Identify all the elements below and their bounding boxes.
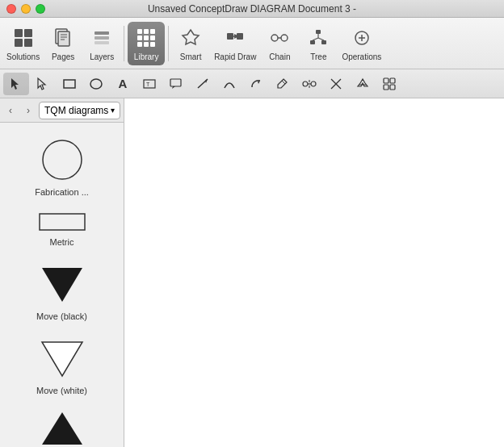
- operations-icon: [349, 25, 375, 51]
- list-item[interactable]: [0, 402, 124, 447]
- move-up-preview: [38, 408, 86, 447]
- minimize-button[interactable]: [21, 4, 31, 14]
- svg-line-32: [313, 38, 318, 40]
- list-item[interactable]: Move (white): [0, 328, 124, 402]
- svg-rect-1: [24, 29, 32, 37]
- svg-rect-17: [150, 36, 155, 40]
- sidebar-dropdown[interactable]: TQM diagrams ▾: [39, 102, 120, 119]
- svg-marker-62: [42, 412, 82, 445]
- sidebar: ‹ › TQM diagrams ▾ Fabrication ...: [0, 98, 124, 447]
- svg-line-45: [282, 81, 285, 84]
- arc-tool[interactable]: [243, 73, 269, 95]
- svg-marker-44: [258, 81, 260, 84]
- titlebar: Unsaved ConceptDraw DIAGRAM Document 3 -: [0, 0, 504, 18]
- more-tool[interactable]: [376, 73, 402, 95]
- connect2-tool[interactable]: [323, 73, 349, 95]
- svg-rect-13: [144, 29, 149, 34]
- canvas[interactable]: [124, 98, 504, 447]
- smart-icon: [178, 25, 204, 51]
- toolbar-divider-1: [124, 26, 124, 61]
- pages-label: Pages: [52, 52, 74, 61]
- svg-point-58: [43, 140, 82, 179]
- toolbar-rapid-draw[interactable]: Rapid Draw: [211, 22, 259, 65]
- metric-preview: [38, 210, 86, 234]
- svg-rect-10: [94, 36, 109, 40]
- svg-rect-14: [150, 29, 155, 34]
- svg-line-33: [318, 38, 324, 40]
- svg-rect-0: [15, 29, 23, 37]
- svg-point-26: [281, 35, 288, 41]
- library-label: Library: [134, 52, 159, 61]
- svg-rect-16: [144, 36, 149, 40]
- fabrication-label: Fabrication ...: [35, 187, 89, 197]
- pen-tool[interactable]: [270, 73, 296, 95]
- line-tool[interactable]: [190, 73, 216, 95]
- svg-rect-28: [316, 30, 321, 34]
- svg-rect-30: [321, 40, 326, 44]
- svg-rect-15: [137, 36, 142, 40]
- solutions-icon: [10, 25, 36, 51]
- toolbar-library[interactable]: Library: [128, 22, 165, 65]
- close-button[interactable]: [6, 4, 16, 14]
- tree-icon: [305, 25, 331, 51]
- svg-rect-37: [64, 80, 75, 88]
- svg-point-25: [271, 35, 278, 41]
- format-tool[interactable]: [350, 73, 376, 95]
- toolbar-solutions[interactable]: Solutions: [3, 22, 43, 65]
- nav-next[interactable]: ›: [21, 103, 36, 118]
- svg-rect-54: [384, 78, 388, 83]
- svg-rect-18: [137, 42, 142, 47]
- toolbar-chain[interactable]: Chain: [261, 22, 298, 65]
- main-toolbar: Solutions Pages Layers: [0, 18, 504, 69]
- layers-label: Layers: [90, 52, 114, 61]
- toolbar-layers[interactable]: Layers: [83, 22, 120, 65]
- svg-rect-41: [170, 79, 181, 86]
- textbox-tool[interactable]: T: [136, 73, 162, 95]
- svg-rect-29: [310, 40, 315, 44]
- svg-marker-60: [42, 268, 82, 302]
- svg-point-46: [303, 81, 308, 86]
- text-tool[interactable]: A: [110, 73, 136, 95]
- svg-point-38: [90, 79, 102, 89]
- callout-tool[interactable]: [163, 73, 189, 95]
- move-black-preview: [38, 260, 86, 308]
- rectangle-tool[interactable]: [57, 73, 82, 95]
- toolbar-tree[interactable]: Tree: [300, 22, 337, 65]
- list-item[interactable]: Move (black): [0, 253, 124, 328]
- window-controls[interactable]: [0, 4, 45, 14]
- toolbar-divider-2: [168, 26, 169, 61]
- ellipse-tool[interactable]: [83, 73, 109, 95]
- svg-rect-5: [58, 31, 69, 46]
- library-icon: [133, 25, 159, 51]
- svg-rect-12: [137, 29, 142, 34]
- svg-rect-56: [384, 85, 388, 90]
- draw-toolbar: A T: [0, 69, 504, 98]
- dropdown-arrow: ▾: [111, 106, 115, 115]
- sidebar-nav: ‹ › TQM diagrams ▾: [0, 98, 124, 123]
- svg-rect-57: [390, 85, 395, 90]
- toolbar-smart[interactable]: Smart: [172, 22, 209, 65]
- svg-rect-55: [390, 78, 395, 83]
- chain-icon: [267, 25, 292, 51]
- list-item[interactable]: Fabrication ...: [0, 129, 124, 203]
- curve-tool[interactable]: [216, 73, 242, 95]
- svg-rect-3: [24, 39, 32, 47]
- maximize-button[interactable]: [36, 4, 45, 14]
- pages-icon: [50, 25, 76, 51]
- connect-tool[interactable]: [296, 73, 322, 95]
- nav-prev[interactable]: ‹: [3, 103, 18, 118]
- rapid-draw-icon: [222, 25, 248, 51]
- rapid-draw-label: Rapid Draw: [214, 52, 256, 61]
- toolbar-pages[interactable]: Pages: [44, 22, 82, 65]
- svg-text:T: T: [146, 81, 150, 87]
- main-layout: ‹ › TQM diagrams ▾ Fabrication ...: [0, 98, 504, 447]
- move-white-label: Move (white): [36, 386, 87, 395]
- svg-marker-21: [183, 30, 199, 44]
- shape-list: Fabrication ... Metric Move (black: [0, 123, 124, 447]
- subselect-tool[interactable]: [30, 73, 56, 95]
- select-tool[interactable]: [3, 73, 29, 95]
- list-item[interactable]: Metric: [0, 203, 124, 253]
- chain-label: Chain: [269, 52, 290, 61]
- solutions-label: Solutions: [6, 52, 40, 61]
- toolbar-operations[interactable]: Operations: [338, 22, 384, 65]
